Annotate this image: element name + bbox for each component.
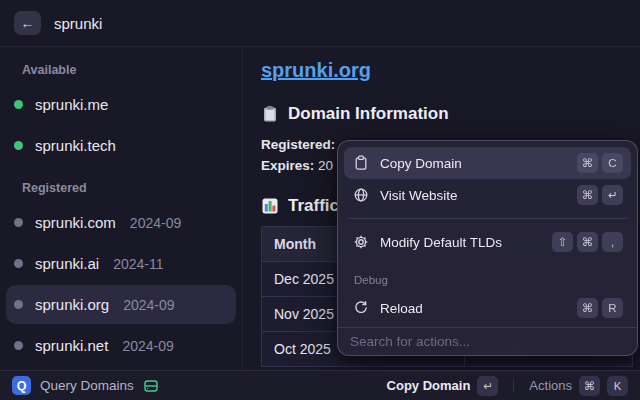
primary-action-button[interactable]: Copy Domain ↵	[387, 376, 499, 396]
menu-separator	[348, 218, 627, 219]
key-return: ↵	[477, 376, 498, 396]
raycast-window: ← sprunki Available sprunki.me sprunki.t…	[0, 0, 640, 400]
domain-name: sprunki.ai	[35, 255, 99, 272]
globe-icon	[352, 187, 369, 203]
list-item-sprunki-ai[interactable]: sprunki.ai 2024-11	[6, 244, 236, 283]
clipboard-icon	[352, 155, 369, 171]
registered-dot-icon	[14, 259, 23, 268]
available-dot-icon	[14, 100, 23, 109]
expires-label: Expires:	[261, 158, 314, 173]
primary-action-label: Copy Domain	[387, 378, 471, 393]
heading-text: Domain Information	[288, 104, 449, 124]
menu-item-label: Reload	[380, 301, 566, 316]
key-shift: ⇧	[552, 232, 573, 252]
bar-chart-emoji-icon	[261, 197, 279, 215]
bottom-action-bar: Q Query Domains Copy Domain ↵ Actions ⌘ …	[0, 370, 640, 400]
available-dot-icon	[14, 141, 23, 150]
menu-section-debug: Debug	[354, 274, 631, 286]
registered-label: Registered:	[261, 137, 335, 152]
bottombar-divider	[513, 379, 514, 393]
domain-name: sprunki.org	[35, 296, 109, 313]
gear-icon	[352, 234, 369, 250]
key-cmd: ⌘	[579, 376, 600, 396]
clipboard-emoji-icon	[261, 105, 279, 123]
registration-date: 2024-09	[122, 338, 173, 354]
registration-date: 2024-11	[113, 256, 163, 272]
list-item-sprunki-tech[interactable]: sprunki.tech	[6, 126, 236, 165]
registration-date: 2024-09	[123, 297, 174, 313]
domain-name: sprunki.me	[35, 96, 108, 113]
registered-dot-icon	[14, 218, 23, 227]
storage-icon	[143, 378, 159, 394]
key-return: ↵	[602, 185, 623, 205]
domain-name: sprunki.tech	[35, 137, 116, 154]
key-k: K	[607, 376, 628, 396]
back-button[interactable]: ←	[14, 11, 41, 35]
extension-name: Query Domains	[40, 378, 134, 393]
key-comma: ,	[602, 232, 623, 252]
menu-item-label: Modify Default TLDs	[380, 235, 541, 250]
actions-menu-list: Copy Domain ⌘ C Visit Website ⌘ ↵	[338, 141, 637, 327]
search-query-input[interactable]: sprunki	[54, 15, 102, 32]
key-cmd: ⌘	[577, 153, 598, 173]
registered-dot-icon	[14, 300, 23, 309]
back-arrow-icon: ←	[21, 15, 35, 31]
extension-icon: Q	[12, 376, 31, 395]
expires-value: 20	[318, 158, 333, 173]
registered-dot-icon	[14, 341, 23, 350]
list-item-sprunki-net[interactable]: sprunki.net 2024-09	[6, 326, 236, 365]
domain-title-link[interactable]: sprunki.org	[261, 59, 371, 82]
domain-name: sprunki.com	[35, 214, 116, 231]
top-search-bar: ← sprunki	[0, 0, 640, 47]
menu-item-label: Copy Domain	[380, 156, 566, 171]
actions-label: Actions	[529, 378, 572, 393]
section-label-registered: Registered	[22, 181, 236, 195]
key-r: R	[602, 298, 623, 318]
key-cmd: ⌘	[577, 185, 598, 205]
reload-icon	[352, 300, 369, 316]
key-c: C	[602, 153, 623, 173]
domain-info-heading: Domain Information	[261, 104, 640, 124]
list-item-sprunki-com[interactable]: sprunki.com 2024-09	[6, 203, 236, 242]
key-cmd: ⌘	[577, 232, 598, 252]
results-list: Available sprunki.me sprunki.tech Regist…	[0, 47, 243, 370]
menu-item-visit-website[interactable]: Visit Website ⌘ ↵	[344, 179, 631, 211]
key-cmd: ⌘	[577, 298, 598, 318]
heading-text: Traffic	[288, 196, 339, 216]
menu-item-reload[interactable]: Reload ⌘ R	[344, 292, 631, 324]
domain-name: sprunki.net	[35, 337, 108, 354]
actions-button[interactable]: Actions ⌘ K	[529, 376, 628, 396]
list-item-sprunki-org[interactable]: sprunki.org 2024-09	[6, 285, 236, 324]
actions-menu-popup: Copy Domain ⌘ C Visit Website ⌘ ↵	[337, 140, 638, 356]
menu-item-label: Visit Website	[380, 188, 566, 203]
section-label-available: Available	[22, 63, 236, 77]
menu-item-copy-domain[interactable]: Copy Domain ⌘ C	[344, 147, 631, 179]
action-search-input[interactable]: Search for actions...	[338, 327, 637, 355]
list-item-sprunki-me[interactable]: sprunki.me	[6, 85, 236, 124]
search-placeholder: Search for actions...	[350, 334, 470, 349]
registration-date: 2024-09	[130, 215, 181, 231]
menu-item-modify-default-tlds[interactable]: Modify Default TLDs ⇧ ⌘ ,	[344, 226, 631, 258]
